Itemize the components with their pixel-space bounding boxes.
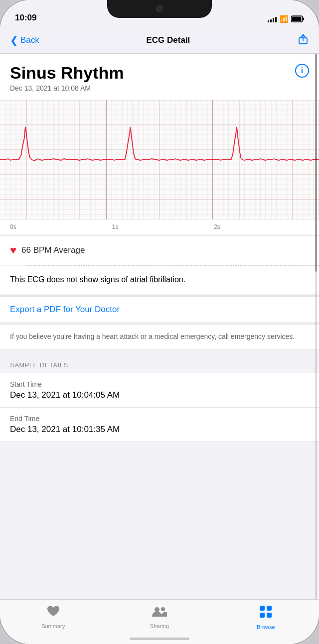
end-time-card: End Time Dec 13, 2021 at 10:01:35 AM [0, 408, 319, 442]
share-button[interactable] [297, 33, 309, 47]
browse-tab-label: Browse [257, 624, 275, 630]
start-time-card: Start Time Dec 13, 2021 at 10:04:05 AM [0, 373, 319, 408]
bpm-row: ♥ 66 BPM Average [0, 236, 319, 265]
summary-heart-icon [46, 605, 60, 621]
diagnosis-title: Sinus Rhythm [10, 64, 309, 82]
export-section[interactable]: Export a PDF for Your Doctor [0, 296, 319, 323]
svg-rect-95 [260, 606, 265, 611]
bpm-text: 66 BPM Average [21, 245, 85, 255]
back-button[interactable]: ❮ Back [10, 34, 39, 46]
summary-tab-label: Summary [41, 623, 65, 629]
time-label-0s: 0s [10, 223, 112, 230]
chart-time-labels: 0s 1s 2s [0, 221, 319, 235]
chevron-left-icon: ❮ [10, 34, 18, 46]
tab-sharing[interactable]: Sharing [106, 605, 212, 629]
info-icon: i [301, 66, 303, 75]
ecg-chart-container: 0s 1s 2s [0, 100, 319, 236]
header-section: Sinus Rhythm Dec 13, 2021 at 10:08 AM i [0, 54, 319, 100]
nav-title: ECG Detail [146, 35, 190, 45]
svg-rect-96 [267, 606, 272, 611]
ecg-description-text: This ECG does not show signs of atrial f… [10, 274, 309, 286]
export-link[interactable]: Export a PDF for Your Doctor [10, 305, 120, 314]
diagnosis-date: Dec 13, 2021 at 10:08 AM [10, 84, 309, 92]
heart-icon: ♥ [10, 244, 16, 257]
phone-frame: 10:09 📶 ❮ Back ECG Detail [0, 0, 319, 644]
navigation-bar: ❮ Back ECG Detail [0, 27, 319, 54]
status-icons: 📶 [268, 15, 304, 23]
browse-grid-icon [259, 605, 273, 622]
svg-rect-1 [292, 17, 302, 21]
start-time-label: Start Time [10, 380, 309, 388]
end-time-label: End Time [10, 415, 309, 423]
svg-rect-2 [303, 18, 305, 20]
time-label-1s: 1s [112, 223, 214, 230]
emergency-text: If you believe you're having a heart att… [10, 331, 309, 342]
info-button[interactable]: i [295, 64, 309, 78]
svg-point-94 [161, 607, 165, 611]
emergency-section: If you believe you're having a heart att… [0, 324, 319, 349]
signal-strength-icon [268, 15, 277, 22]
svg-rect-97 [260, 613, 265, 618]
sample-details-section: SAMPLE DETAILS Start Time Dec 13, 2021 a… [0, 361, 319, 442]
sharing-tab-label: Sharing [150, 623, 169, 629]
section-header-label: SAMPLE DETAILS [0, 361, 319, 373]
battery-icon [291, 15, 304, 22]
ecg-chart [0, 100, 319, 219]
svg-point-93 [155, 607, 160, 612]
wifi-icon: 📶 [280, 15, 288, 23]
scroll-track [315, 54, 317, 599]
back-label: Back [20, 35, 39, 45]
home-indicator [130, 638, 189, 640]
svg-rect-98 [267, 613, 272, 618]
scroll-thumb [315, 54, 317, 272]
tab-summary[interactable]: Summary [0, 605, 106, 629]
status-time: 10:09 [15, 13, 36, 23]
tab-browse[interactable]: Browse [213, 605, 319, 630]
front-camera [156, 5, 163, 12]
ecg-description: This ECG does not show signs of atrial f… [0, 266, 319, 294]
notch [107, 0, 212, 18]
end-time-value: Dec 13, 2021 at 10:01:35 AM [10, 425, 309, 434]
scroll-content[interactable]: Sinus Rhythm Dec 13, 2021 at 10:08 AM i [0, 54, 319, 599]
time-label-2s: 2s [214, 223, 316, 230]
sharing-people-icon [151, 605, 168, 621]
start-time-value: Dec 13, 2021 at 10:04:05 AM [10, 390, 309, 400]
